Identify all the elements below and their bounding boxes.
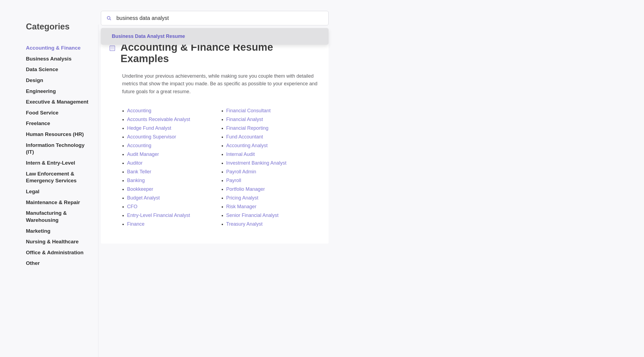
example-link[interactable]: Financial Consultant — [226, 108, 271, 113]
search-wrapper: Business Data Analyst Resume — [101, 11, 576, 25]
example-item: Fund Accountant — [226, 133, 321, 141]
example-link[interactable]: CFO — [127, 204, 137, 209]
examples-column-right: Financial ConsultantFinancial AnalystFin… — [221, 107, 321, 229]
example-link[interactable]: Budget Analyst — [127, 195, 160, 201]
card-body: Underline your previous achievements, wh… — [109, 72, 320, 229]
example-link[interactable]: Bookkeeper — [127, 186, 153, 192]
example-item: Accounting — [127, 141, 221, 150]
svg-line-1 — [110, 19, 111, 20]
example-item: Accounting — [127, 107, 221, 115]
example-link[interactable]: Payroll — [226, 178, 241, 183]
example-link[interactable]: Accounting — [127, 108, 151, 113]
building-icon — [109, 45, 116, 52]
example-item: Accounting Analyst — [226, 141, 321, 150]
example-item: CFO — [127, 202, 221, 211]
example-item: Investment Banking Analyst — [226, 159, 321, 168]
category-item[interactable]: Food Service — [26, 107, 90, 118]
example-link[interactable]: Payroll Admin — [226, 169, 256, 174]
example-link[interactable]: Auditor — [127, 160, 143, 166]
category-item[interactable]: Legal — [26, 186, 90, 197]
example-link[interactable]: Audit Manager — [127, 152, 159, 157]
example-item: Financial Reporting — [226, 124, 321, 133]
example-link[interactable]: Accounting Analyst — [226, 143, 268, 148]
example-item: Treasury Analyst — [226, 220, 321, 229]
search-icon — [107, 16, 112, 21]
example-link[interactable]: Bank Teller — [127, 169, 151, 174]
example-item: Payroll — [226, 176, 321, 185]
svg-point-0 — [107, 16, 110, 19]
category-item[interactable]: Office & Administration — [26, 247, 90, 258]
search-suggestion-item[interactable]: Business Data Analyst Resume — [101, 28, 329, 45]
category-item[interactable]: Marketing — [26, 226, 90, 237]
example-link[interactable]: Portfolio Manager — [226, 186, 265, 192]
category-item[interactable]: Maintenance & Repair — [26, 197, 90, 208]
example-item: Bookkeeper — [127, 185, 221, 194]
example-item: Accounts Receivable Analyst — [127, 115, 221, 124]
category-item[interactable]: Information Technology (IT) — [26, 140, 90, 158]
example-item: Hedge Fund Analyst — [127, 124, 221, 133]
example-link[interactable]: Senior Financial Analyst — [226, 213, 279, 218]
example-item: Budget Analyst — [127, 194, 221, 202]
example-link[interactable]: Financial Analyst — [226, 117, 263, 122]
example-link[interactable]: Investment Banking Analyst — [226, 160, 287, 166]
category-list: Accounting & FinanceBusiness AnalysisDat… — [26, 43, 90, 269]
example-item: Financial Consultant — [226, 107, 321, 115]
example-link[interactable]: Internal Audit — [226, 152, 255, 157]
example-item: Finance — [127, 220, 221, 229]
example-link[interactable]: Accounting Supervisor — [127, 134, 176, 140]
category-item[interactable]: Human Resources (HR) — [26, 129, 90, 140]
search-container[interactable] — [101, 11, 329, 25]
examples-column-left: AccountingAccounts Receivable AnalystHed… — [122, 107, 221, 229]
example-item: Internal Audit — [226, 150, 321, 159]
category-item[interactable]: Other — [26, 258, 90, 269]
example-item: Portfolio Manager — [226, 185, 321, 194]
example-item: Payroll Admin — [226, 168, 321, 176]
example-item: Bank Teller — [127, 168, 221, 176]
example-item: Entry-Level Financial Analyst — [127, 211, 221, 220]
svg-rect-2 — [110, 46, 115, 51]
example-item: Senior Financial Analyst — [226, 211, 321, 220]
example-item: Banking — [127, 176, 221, 185]
example-link[interactable]: Accounting — [127, 143, 151, 148]
category-item[interactable]: Data Science — [26, 64, 90, 75]
category-item[interactable]: Business Analysis — [26, 53, 90, 64]
example-link[interactable]: Entry-Level Financial Analyst — [127, 213, 190, 218]
example-link[interactable]: Banking — [127, 178, 145, 183]
sidebar-divider — [98, 25, 98, 357]
search-suggestions-dropdown: Business Data Analyst Resume — [101, 28, 329, 45]
example-link[interactable]: Pricing Analyst — [226, 195, 258, 201]
category-item[interactable]: Intern & Entry-Level — [26, 158, 90, 168]
example-item: Auditor — [127, 159, 221, 168]
example-item: Pricing Analyst — [226, 194, 321, 202]
example-link[interactable]: Financial Reporting — [226, 125, 269, 131]
categories-sidebar: Categories Accounting & FinanceBusiness … — [0, 5, 101, 357]
example-item: Accounting Supervisor — [127, 133, 221, 141]
search-input[interactable] — [116, 15, 323, 21]
example-link[interactable]: Finance — [127, 221, 145, 227]
example-link[interactable]: Risk Manager — [226, 204, 257, 209]
category-item[interactable]: Nursing & Healthcare — [26, 236, 90, 247]
category-item[interactable]: Accounting & Finance — [26, 43, 90, 53]
example-item: Financial Analyst — [226, 115, 321, 124]
card-description: Underline your previous achievements, wh… — [122, 72, 320, 96]
example-link[interactable]: Treasury Analyst — [226, 221, 263, 227]
category-item[interactable]: Law Enforcement & Emergency Services — [26, 168, 90, 186]
category-item[interactable]: Executive & Management — [26, 96, 90, 107]
example-link[interactable]: Fund Accountant — [226, 134, 263, 140]
examples-grid: AccountingAccounts Receivable AnalystHed… — [122, 107, 320, 229]
category-item[interactable]: Freelance — [26, 118, 90, 129]
category-item[interactable]: Manufacturing & Warehousing — [26, 208, 90, 225]
card-header: Accounting & Finance Resume Examples — [109, 42, 320, 65]
category-item[interactable]: Design — [26, 75, 90, 86]
example-link[interactable]: Hedge Fund Analyst — [127, 125, 171, 131]
sidebar-heading: Categories — [26, 22, 90, 32]
example-item: Risk Manager — [226, 202, 321, 211]
example-item: Audit Manager — [127, 150, 221, 159]
main-area: Business Data Analyst Resume — [101, 5, 644, 357]
content-card: Accounting & Finance Resume Examples Und… — [101, 34, 329, 244]
category-item[interactable]: Engineering — [26, 86, 90, 97]
example-link[interactable]: Accounts Receivable Analyst — [127, 117, 190, 122]
card-title: Accounting & Finance Resume Examples — [121, 42, 320, 65]
